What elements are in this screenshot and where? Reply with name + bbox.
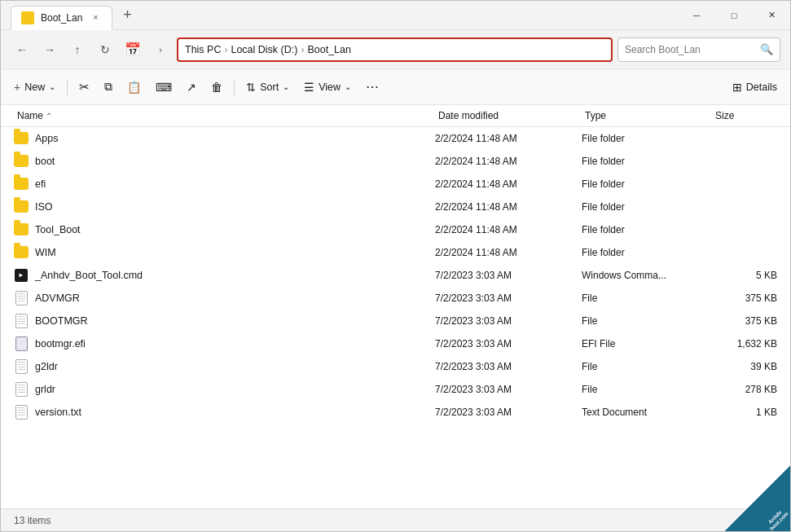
delete-button[interactable]: 🗑: [204, 74, 229, 100]
file-rows-container: Apps 2/2/2024 11:48 AM File folder boot …: [1, 127, 790, 424]
up-button[interactable]: ↑: [66, 38, 89, 61]
table-row[interactable]: BOOTMGR 7/2/2023 3:03 AM File 375 KB: [1, 310, 790, 332]
table-row[interactable]: ▶ _Anhdv_Boot_Tool.cmd 7/2/2023 3:03 AM …: [1, 264, 790, 287]
col-date-header[interactable]: Date modified: [435, 108, 582, 123]
file-type: File: [582, 315, 712, 327]
file-name: Tool_Boot: [14, 222, 435, 237]
file-icon: [15, 382, 28, 397]
column-header: Name ⌃ Date modified Type Size: [1, 105, 790, 127]
cut-button[interactable]: ✂: [73, 74, 96, 100]
cmd-icon: ▶: [15, 269, 28, 282]
rename-icon: ⌨: [156, 81, 172, 94]
location-icon: 📅: [121, 38, 144, 61]
file-name: grldr: [14, 382, 435, 397]
paste-button[interactable]: 📋: [121, 74, 147, 100]
file-name-text: Apps: [35, 133, 59, 144]
breadcrumb[interactable]: This PC › Local Disk (D:) › Boot_Lan: [177, 37, 613, 62]
share-button[interactable]: ↗: [180, 74, 203, 100]
back-button[interactable]: ←: [11, 38, 33, 61]
toolbar-separator-1: [67, 79, 68, 95]
table-row[interactable]: bootmgr.efi 7/2/2023 3:03 AM EFI File 1,…: [1, 332, 790, 355]
table-row[interactable]: efi 2/2/2024 11:48 AM File folder: [1, 173, 790, 196]
more-button[interactable]: ⋯: [359, 74, 386, 100]
efi-icon: [15, 336, 28, 351]
file-size: 375 KB: [712, 292, 777, 304]
file-icon-container: [14, 291, 29, 306]
cut-icon: ✂: [79, 80, 90, 95]
file-date: 7/2/2023 3:03 AM: [435, 338, 582, 350]
table-row[interactable]: boot 2/2/2024 11:48 AM File folder: [1, 150, 790, 173]
close-button[interactable]: ✕: [753, 1, 790, 30]
col-name-header[interactable]: Name ⌃: [14, 108, 435, 123]
delete-icon: 🗑: [211, 81, 222, 94]
search-box[interactable]: 🔍: [617, 37, 780, 62]
new-label: New: [24, 81, 45, 93]
file-type: File folder: [582, 178, 712, 190]
breadcrumb-local-disk[interactable]: Local Disk (D:): [231, 44, 297, 55]
new-button[interactable]: + New ⌄: [7, 74, 62, 100]
breadcrumb-boot-lan[interactable]: Boot_Lan: [307, 44, 351, 55]
file-icon-container: [14, 382, 29, 397]
sort-chevron: ⌄: [283, 82, 289, 91]
search-icon[interactable]: 🔍: [760, 43, 773, 55]
table-row[interactable]: Tool_Boot 2/2/2024 11:48 AM File folder: [1, 218, 790, 241]
file-size: 375 KB: [712, 315, 777, 327]
status-bar: 13 items: [1, 508, 790, 531]
details-button[interactable]: ⊞ Details: [726, 74, 784, 100]
breadcrumb-this-pc[interactable]: This PC: [185, 44, 221, 55]
file-size: 1 KB: [712, 407, 777, 418]
search-input[interactable]: [625, 44, 755, 55]
table-row[interactable]: WIM 2/2/2024 11:48 AM File folder: [1, 241, 790, 264]
file-type: Text Document: [582, 407, 712, 418]
paste-icon: 📋: [127, 81, 141, 94]
file-date: 7/2/2023 3:03 AM: [435, 315, 582, 327]
minimize-button[interactable]: ─: [678, 1, 715, 30]
forward-button[interactable]: →: [38, 38, 61, 61]
table-row[interactable]: Apps 2/2/2024 11:48 AM File folder: [1, 127, 790, 150]
table-row[interactable]: ADVMGR 7/2/2023 3:03 AM File 375 KB: [1, 287, 790, 310]
copy-button[interactable]: ⧉: [98, 74, 119, 100]
table-row[interactable]: ISO 2/2/2024 11:48 AM File folder: [1, 196, 790, 218]
file-name-text: WIM: [35, 247, 56, 258]
file-list-area: Name ⌃ Date modified Type Size Apps 2/2/…: [1, 105, 790, 508]
more-icon: ⋯: [366, 79, 380, 95]
table-row[interactable]: grldr 7/2/2023 3:03 AM File 278 KB: [1, 378, 790, 401]
expand-button[interactable]: ›: [149, 38, 172, 61]
sort-button[interactable]: ⇅ Sort ⌄: [239, 74, 296, 100]
sort-arrow: ⌃: [46, 112, 52, 121]
view-chevron: ⌄: [345, 82, 351, 91]
col-type-header[interactable]: Type: [582, 108, 712, 123]
refresh-button[interactable]: ↻: [94, 38, 116, 61]
file-explorer-window: Boot_Lan × + ─ □ ✕ ← → ↑ ↻ 📅 › This PC ›…: [0, 0, 791, 532]
file-name: BOOTMGR: [14, 314, 435, 328]
file-size: 1,632 KB: [712, 338, 777, 350]
view-label: View: [319, 81, 341, 93]
file-icon-container: [14, 245, 29, 260]
file-date: 7/2/2023 3:03 AM: [435, 270, 582, 281]
file-name-text: efi: [35, 178, 46, 190]
tab-close-button[interactable]: ×: [89, 11, 102, 24]
new-icon: +: [14, 81, 20, 94]
file-name-text: ADVMGR: [35, 292, 80, 304]
file-size: 5 KB: [712, 270, 777, 281]
file-icon: [15, 291, 28, 306]
toolbar: + New ⌄ ✂ ⧉ 📋 ⌨ ↗ 🗑 ⇅ Sort ⌄ ☰: [1, 69, 790, 105]
maximize-button[interactable]: □: [715, 1, 753, 30]
file-date: 2/2/2024 11:48 AM: [435, 156, 582, 167]
item-count: 13 items: [14, 515, 51, 526]
title-tab[interactable]: Boot_Lan ×: [11, 6, 112, 30]
file-name: g2ldr: [14, 359, 435, 374]
new-chevron: ⌄: [49, 82, 55, 91]
view-button[interactable]: ☰ View ⌄: [297, 74, 358, 100]
table-row[interactable]: version.txt 7/2/2023 3:03 AM Text Docume…: [1, 401, 790, 424]
new-tab-button[interactable]: +: [116, 4, 138, 27]
col-size-header[interactable]: Size: [712, 108, 777, 123]
rename-button[interactable]: ⌨: [149, 74, 178, 100]
title-bar: Boot_Lan × + ─ □ ✕: [1, 1, 790, 30]
table-row[interactable]: g2ldr 7/2/2023 3:03 AM File 39 KB: [1, 355, 790, 378]
file-name-text: bootmgr.efi: [35, 338, 86, 350]
file-icon-container: ▶: [14, 268, 29, 283]
file-name-text: grldr: [35, 384, 55, 395]
file-type: File: [582, 292, 712, 304]
folder-icon: [14, 223, 29, 235]
